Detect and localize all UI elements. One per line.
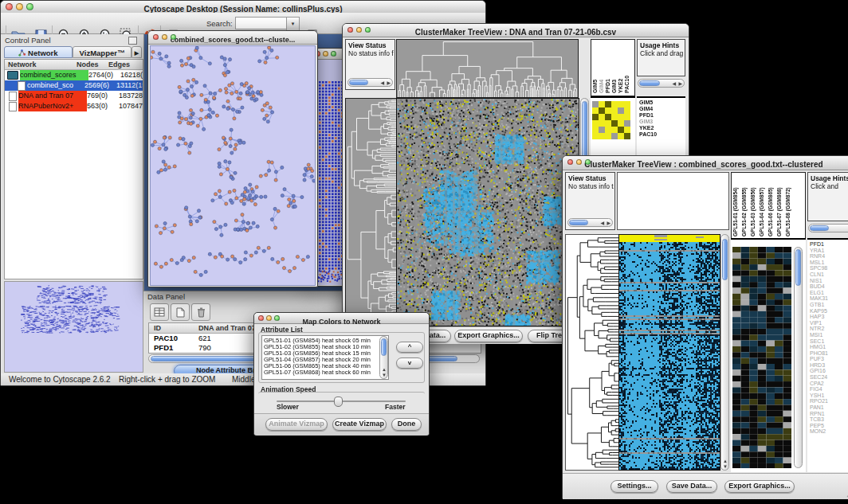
col-nodes[interactable]: Nodes (77, 60, 108, 69)
tab-network[interactable]: Network (4, 46, 73, 58)
minimize-icon[interactable] (576, 159, 582, 165)
tv2-column-label[interactable]: GPL51-04 (GSM857) (759, 187, 764, 236)
tv1-column-label[interactable]: PFD1 (605, 79, 610, 93)
tv1-gene-item[interactable]: GIM3 (639, 119, 685, 125)
tv2-column-label[interactable]: GPL51-08 (GSM872) (785, 187, 791, 236)
tv2-column-label[interactable]: GPL51-03 (GSM856) (750, 187, 756, 236)
attribute-listbox[interactable]: GPL51-01 (GSM854) heat shock 05 minGPL51… (261, 335, 389, 380)
create-vizmap-button[interactable]: Create Vizmap (332, 418, 387, 431)
tv1-global-matrix-canvas[interactable] (592, 101, 630, 139)
tv1-column-label[interactable]: PAC10 (624, 76, 630, 93)
tv2-footer-button[interactable]: Save Data... (666, 480, 717, 493)
tv2-global-heatmap-canvas[interactable] (732, 247, 791, 468)
zoom-window-icon[interactable] (365, 27, 371, 33)
tv1-heatmap-canvas[interactable] (396, 98, 579, 326)
tv2-gene-item[interactable]: MAK31 (810, 295, 848, 302)
tv1-status-hscrollbar[interactable]: ◀▶ (347, 78, 393, 87)
attribute-item[interactable]: GPL51-07 (GSM868) heat shock 60 min (264, 369, 388, 376)
tv2-gene-item[interactable]: SPC98 (810, 265, 848, 272)
tv1-gene-item[interactable]: PAC10 (639, 131, 685, 138)
tv1-usage-hscrollbar[interactable]: ◀▶ (638, 79, 685, 88)
tv2-heatmap-vscrollbar[interactable]: ▲▼ (720, 234, 729, 471)
slider-thumb[interactable] (334, 397, 343, 407)
float-panel-icon[interactable] (128, 37, 137, 45)
tv2-gene-item[interactable]: RPN1 (810, 411, 848, 417)
treeview1-titlebar[interactable]: ClusterMaker TreeView : DNA and Tran 07-… (343, 24, 689, 37)
tv2-gene-item[interactable]: VIP1 (810, 320, 848, 326)
tv2-gene-item[interactable]: PAN1 (810, 404, 848, 411)
tv1-gene-item[interactable]: PFD1 (639, 112, 685, 119)
tv2-column-label[interactable]: GPL51-02 (GSM855) (741, 187, 747, 236)
col-edges[interactable]: Edges (108, 60, 143, 69)
tv2-gene-item[interactable]: HMG1 (810, 344, 848, 350)
minimize-icon[interactable] (162, 34, 167, 40)
tv2-gene-item[interactable]: KAP95 (810, 308, 848, 315)
search-dropdown-button[interactable]: ▼ (286, 17, 300, 31)
tv1-column-label[interactable]: YKE2 (618, 79, 623, 93)
network-table-header[interactable]: Network Nodes Edges (5, 60, 143, 70)
attribute-list-vscrollbar[interactable]: ▲▼ (379, 336, 388, 379)
close-icon[interactable] (347, 27, 353, 33)
close-icon[interactable] (6, 3, 13, 10)
tv1-column-label[interactable]: GIM3 (611, 80, 617, 93)
network-list-row[interactable]: RNAPuberNov2+ 563(0) 107847(0) (5, 101, 143, 111)
tv1-footer-button[interactable]: Export Graphics... (454, 330, 523, 342)
dialog-titlebar[interactable]: Map Colors to Network (254, 313, 429, 324)
tv2-gene-item[interactable]: HRD3 (810, 362, 848, 369)
new-attribute-icon[interactable] (171, 303, 190, 321)
tab-more-button[interactable]: ▶ (132, 46, 142, 58)
tv2-gene-item[interactable]: PFD1 (810, 241, 848, 248)
tv2-column-dendrogram-area[interactable] (617, 172, 729, 230)
delete-attribute-trash-icon[interactable] (191, 303, 210, 321)
tv2-status-hscrollbar[interactable]: ◀▶ (567, 218, 613, 227)
tv2-column-label[interactable]: GPL51-06 (GSM865) (768, 187, 773, 236)
tv1-row-dendrogram[interactable] (345, 98, 397, 326)
main-titlebar[interactable]: Cytoscape Desktop (Session Name: collins… (1, 1, 485, 14)
tv2-footer-button[interactable]: Export Graphics... (724, 480, 795, 493)
tv2-gene-item[interactable]: GPI16 (810, 368, 848, 374)
table-mode-icon[interactable] (150, 303, 169, 321)
move-up-button[interactable]: ^ (396, 342, 423, 353)
tv2-gene-item[interactable]: FIG4 (810, 386, 848, 393)
tv2-gene-item[interactable]: HAP3 (810, 314, 848, 320)
treeview2-titlebar[interactable]: ClusterMaker TreeView : combined_scores_… (563, 156, 848, 170)
zoom-window-icon[interactable] (26, 3, 33, 10)
tv2-gene-item[interactable]: PHO81 (810, 350, 848, 357)
close-icon[interactable] (258, 315, 264, 321)
tv2-gene-item[interactable]: NIS1 (810, 278, 848, 284)
zoom-window-icon[interactable] (585, 159, 591, 165)
network-list-row[interactable]: combined_scores 2764(0) 16218(0) (5, 70, 143, 80)
tv2-row-dendrogram[interactable] (565, 234, 619, 471)
tv2-gene-item[interactable]: YRA1 (810, 248, 848, 254)
done-button[interactable]: Done (391, 418, 422, 431)
tv2-gene-item[interactable]: NTR2 (810, 326, 848, 332)
tv2-gene-item[interactable]: BUD4 (810, 283, 848, 290)
tv2-gene-item[interactable]: SEC24 (810, 374, 848, 381)
tv2-gene-item[interactable]: YSH1 (810, 393, 848, 399)
search-input[interactable] (235, 17, 288, 29)
close-icon[interactable] (567, 159, 573, 165)
tv2-gene-item[interactable]: SEC1 (810, 338, 848, 345)
tv2-column-label[interactable]: GPL51-01 (GSM854) (732, 187, 738, 236)
network-list-row[interactable]: combined_sco 2569(6) 13112(15) (5, 80, 143, 91)
tv1-column-dendrogram[interactable] (396, 39, 579, 98)
tv1-gene-item[interactable]: GIM5 (639, 100, 685, 106)
network-graph-canvas[interactable] (150, 45, 316, 286)
tv2-gene-item[interactable]: MSL1 (810, 260, 848, 266)
tv2-gene-item[interactable]: MSI1 (810, 332, 848, 338)
network-list-row[interactable]: DNA and Tran 07 769(0) 183728(0) (5, 91, 143, 101)
tv2-heatmap-canvas[interactable] (618, 234, 720, 471)
overview-canvas[interactable] (5, 282, 141, 370)
tv2-gene-item[interactable]: PEP5 (810, 423, 848, 429)
tv2-usage-hscrollbar[interactable] (808, 224, 848, 232)
close-icon[interactable] (153, 34, 159, 40)
tv2-gene-item[interactable]: CLN1 (810, 272, 848, 278)
tv1-column-label[interactable]: GIM5 (592, 80, 598, 93)
col-network[interactable]: Network (5, 60, 77, 69)
tv2-gene-item[interactable]: CPA2 (810, 381, 848, 387)
minimize-icon[interactable] (356, 27, 362, 33)
tv2-global-vscrollbar[interactable] (794, 247, 803, 468)
network-view-titlebar[interactable]: combined_scores_good.txt--cluste... (148, 31, 317, 45)
zoom-window-icon[interactable] (171, 34, 176, 40)
tv2-footer-button[interactable]: Settings... (610, 480, 658, 493)
